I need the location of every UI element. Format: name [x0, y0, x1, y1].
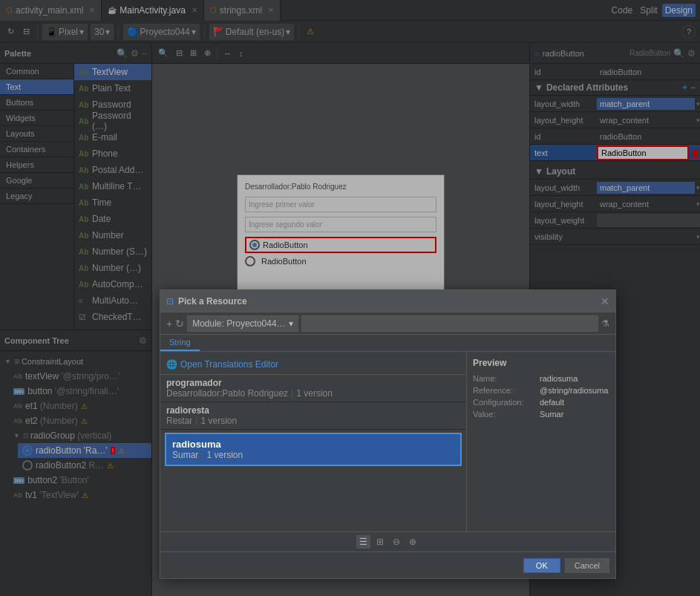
preview-ref-val: @string/radiosuma: [540, 386, 609, 395]
preview-ref-key: Reference:: [473, 386, 540, 395]
dialog-ok-btn[interactable]: OK: [523, 558, 560, 573]
preview-name-row: Name: radiosuma: [473, 374, 609, 383]
dialog-item-name-radioresta: radioresta: [166, 405, 460, 416]
dialog-close-btn[interactable]: ✕: [601, 295, 609, 307]
dialog-preview-title: Preview: [473, 358, 609, 368]
dialog-resource-icon: ⊡: [166, 296, 174, 307]
dialog-item-name-programador: programador: [166, 378, 460, 388]
preview-name-key: Name:: [473, 374, 540, 383]
dialog-tab-string[interactable]: String: [160, 335, 200, 351]
preview-config-key: Configuration:: [473, 398, 540, 407]
dialog-zoom-out-btn[interactable]: ⊖: [390, 535, 403, 548]
dialog-module-dropdown[interactable]: Module: Proyecto044… ▾: [187, 315, 298, 332]
dialog-toolbar: + ↻ Module: Proyecto044… ▾ ⚗: [160, 312, 615, 335]
dialog-filter-btn[interactable]: ⚗: [601, 318, 609, 329]
preview-value-key: Value:: [473, 410, 540, 419]
preview-config-row: Configuration: default: [473, 398, 609, 407]
dialog-list-view-btn[interactable]: ☰: [356, 535, 370, 548]
dialog-preview-panel: Preview Name: radiosuma Reference: @stri…: [467, 352, 615, 531]
dialog-open-translations-btn[interactable]: 🌐 Open Translations Editor: [160, 355, 466, 375]
preview-value-row: Value: Sumar: [473, 410, 609, 419]
dialog-search-input[interactable]: [301, 315, 598, 332]
dialog-body: 🌐 Open Translations Editor programador D…: [160, 352, 615, 531]
dialog-item-sub-programador: Desarrollador:Pablo Rodriguez | 1 versio…: [166, 388, 460, 399]
dialog-left-panel: 🌐 Open Translations Editor programador D…: [160, 352, 467, 531]
dialog-item-sub-radioresta: Restar | 1 version: [166, 416, 460, 426]
dialog-add-btn[interactable]: +: [166, 318, 172, 330]
preview-ref-row: Reference: @string/radiosuma: [473, 386, 609, 395]
dialog-item-name-radiosuma: radiosuma: [172, 439, 454, 450]
dialog-tabs: String: [160, 335, 615, 352]
dialog-item-sub-radiosuma: Sumar | 1 version: [172, 450, 454, 460]
dialog-footer: OK Cancel: [160, 551, 615, 578]
dialog-grid-view-btn[interactable]: ⊞: [373, 535, 387, 548]
dialog-item-radiosuma[interactable]: radiosuma Sumar | 1 version: [165, 433, 462, 466]
dialog-cancel-btn[interactable]: Cancel: [565, 558, 609, 573]
dialog-refresh-btn[interactable]: ↻: [175, 318, 184, 330]
dialog-titlebar: ⊡ Pick a Resource ✕: [160, 290, 615, 312]
preview-name-val: radiosuma: [540, 374, 609, 383]
preview-value-val: Sumar: [540, 410, 609, 419]
dialog-item-radioresta[interactable]: radioresta Restar | 1 version: [160, 402, 466, 430]
dialog-zoom-in-btn[interactable]: ⊕: [406, 535, 419, 548]
pick-resource-dialog: ⊡ Pick a Resource ✕ + ↻ Module: Proyecto…: [160, 289, 616, 579]
dialog-item-programador[interactable]: programador Desarrollador:Pablo Rodrigue…: [160, 375, 466, 402]
dialog-overlay: ⊡ Pick a Resource ✕ + ↻ Module: Proyecto…: [0, 0, 700, 596]
dialog-bottom-toolbar: ☰ ⊞ ⊖ ⊕: [160, 531, 615, 551]
translations-icon: 🌐: [166, 359, 177, 370]
preview-config-val: default: [540, 398, 609, 407]
dialog-title: Pick a Resource: [178, 296, 601, 307]
